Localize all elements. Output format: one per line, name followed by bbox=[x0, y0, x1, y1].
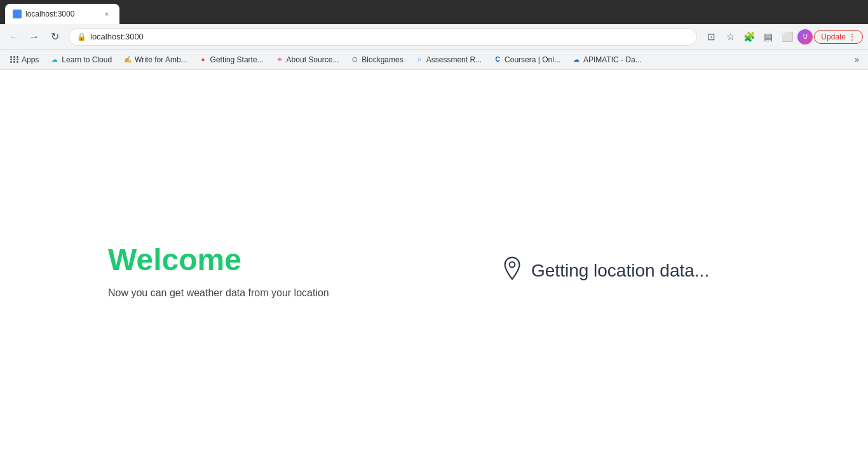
lock-icon: 🔒 bbox=[77, 32, 86, 41]
active-tab[interactable]: localhost:3000 × bbox=[5, 4, 119, 24]
cast-icon[interactable]: ⊡ bbox=[702, 28, 720, 46]
blockgames-favicon: ⬡ bbox=[350, 55, 359, 64]
address-text: localhost:3000 bbox=[90, 32, 144, 41]
bookmark-apimatic[interactable]: ☁ APIMATIC - Da... bbox=[567, 53, 647, 66]
toolbar-right: ⊡ ☆ 🧩 ▤ ⬜ U Update ⋮ bbox=[702, 28, 863, 46]
coursera-label: Coursera | Onl... bbox=[505, 55, 560, 64]
welcome-subtitle: Now you can get weather data from your l… bbox=[108, 287, 475, 299]
toolbar: ← → ↻ 🔒 localhost:3000 ⊡ ☆ 🧩 ▤ ⬜ U Updat… bbox=[0, 24, 868, 50]
bookmark-getting-started[interactable]: ● Getting Starte... bbox=[194, 53, 269, 66]
assessment-favicon: ○ bbox=[415, 55, 424, 64]
bookmark-learn-to-cloud[interactable]: ☁ Learn to Cloud bbox=[45, 53, 117, 66]
bookmark-apps[interactable]: Apps bbox=[5, 53, 44, 66]
reload-button[interactable]: ↻ bbox=[46, 28, 64, 46]
bookmark-assessment[interactable]: ○ Assessment R... bbox=[410, 53, 487, 66]
bookmark-coursera[interactable]: C Coursera | Onl... bbox=[488, 53, 566, 66]
bookmark-about-source[interactable]: ✳ About Source... bbox=[270, 53, 344, 66]
forward-button[interactable]: → bbox=[25, 28, 43, 46]
browser-chrome: localhost:3000 × bbox=[0, 0, 868, 24]
svg-point-0 bbox=[510, 262, 515, 268]
star-icon[interactable]: ☆ bbox=[721, 28, 739, 46]
tab-favicon bbox=[13, 10, 22, 18]
tab-bar: localhost:3000 × bbox=[5, 4, 863, 24]
coursera-favicon: C bbox=[493, 55, 502, 64]
tab-title: localhost:3000 bbox=[25, 10, 99, 18]
location-status-text: Getting location data... bbox=[531, 261, 709, 281]
window-icon[interactable]: ⬜ bbox=[778, 28, 796, 46]
page-content: Welcome Now you can get weather data fro… bbox=[0, 70, 868, 452]
left-section: Welcome Now you can get weather data fro… bbox=[0, 242, 475, 299]
bookmark-write-for-amb[interactable]: ✍ Write for Amb... bbox=[118, 53, 192, 66]
welcome-title: Welcome bbox=[108, 242, 475, 277]
about-source-favicon: ✳ bbox=[275, 55, 284, 64]
more-bookmarks-button[interactable]: » bbox=[851, 53, 863, 66]
getting-started-favicon: ● bbox=[199, 55, 208, 64]
update-button[interactable]: Update ⋮ bbox=[814, 30, 863, 44]
getting-started-label: Getting Starte... bbox=[210, 55, 264, 64]
address-bar[interactable]: 🔒 localhost:3000 bbox=[69, 28, 697, 46]
learn-to-cloud-label: Learn to Cloud bbox=[62, 55, 112, 64]
apps-grid-icon bbox=[10, 56, 19, 63]
location-pin-icon bbox=[501, 256, 524, 286]
tab-close-button[interactable]: × bbox=[102, 9, 112, 19]
back-button[interactable]: ← bbox=[5, 28, 23, 46]
blockgames-label: Blockgames bbox=[362, 55, 403, 64]
bookmarks-bar: Apps ☁ Learn to Cloud ✍ Write for Amb...… bbox=[0, 50, 868, 70]
apps-label: Apps bbox=[22, 55, 39, 64]
about-source-label: About Source... bbox=[287, 55, 339, 64]
apimatic-label: APIMATIC - Da... bbox=[583, 55, 642, 64]
learn-to-cloud-favicon: ☁ bbox=[50, 55, 59, 64]
update-menu-icon: ⋮ bbox=[848, 32, 856, 41]
profile-avatar[interactable]: U bbox=[797, 29, 813, 45]
media-icon[interactable]: ▤ bbox=[759, 28, 777, 46]
write-for-amb-favicon: ✍ bbox=[123, 55, 132, 64]
write-for-amb-label: Write for Amb... bbox=[135, 55, 187, 64]
apimatic-favicon: ☁ bbox=[572, 55, 581, 64]
right-section: Getting location data... bbox=[475, 256, 868, 286]
bookmark-blockgames[interactable]: ⬡ Blockgames bbox=[345, 53, 408, 66]
assessment-label: Assessment R... bbox=[426, 55, 482, 64]
extensions-icon[interactable]: 🧩 bbox=[740, 28, 758, 46]
